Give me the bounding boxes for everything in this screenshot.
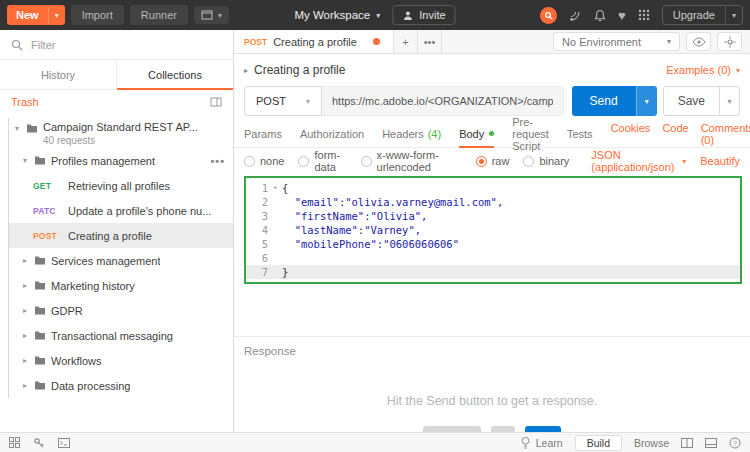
more-actions-icon[interactable]: ••• (210, 155, 233, 167)
sidebar-tabs: History Collections (0, 60, 233, 90)
chevron-down-icon[interactable]: ▾ (725, 6, 742, 24)
folder-services-management[interactable]: ▸ Services management (9, 248, 233, 273)
console-panel-icon[interactable] (705, 438, 717, 448)
cookies-link[interactable]: Cookies (611, 122, 651, 146)
chevron-down-icon: ▾ (376, 11, 380, 20)
key-icon[interactable] (33, 437, 45, 449)
folder-profiles-management[interactable]: ▾ Profiles management ••• (9, 148, 233, 173)
request-retrieving-all-profiles[interactable]: GET Retrieving all profiles (9, 173, 233, 198)
bell-icon[interactable] (594, 9, 606, 22)
open-request-tab[interactable]: POST Creating a profile (234, 30, 394, 53)
body-mode-raw[interactable]: raw (476, 155, 510, 167)
filter-input[interactable] (31, 39, 222, 51)
cut-off-button[interactable] (491, 426, 515, 432)
body-editor[interactable]: 1 ▾ { 2 "email":"olivia.varney@mail.com"… (244, 176, 742, 284)
open-new-window-button[interactable]: ▾ (194, 6, 229, 24)
folder-workflows[interactable]: ▸ Workflows (9, 348, 233, 373)
unsaved-changes-dot (373, 38, 380, 45)
cut-off-button[interactable] (423, 426, 481, 432)
collection-name: Campaign Standard REST AP... (43, 121, 198, 133)
code-text: "mobilePhone":"0606060606" (282, 237, 459, 251)
folder-icon (26, 123, 38, 134)
comments-link[interactable]: Comments (0) (701, 122, 750, 146)
body-mode-form-data[interactable]: form-data (298, 149, 346, 173)
request-label: Creating a profile (68, 230, 152, 242)
editor-line[interactable]: 5 "mobilePhone":"0606060606" (246, 237, 740, 251)
radio-icon (361, 156, 372, 167)
invite-button[interactable]: Invite (392, 5, 455, 25)
two-pane-icon[interactable] (681, 438, 693, 448)
url-input[interactable] (322, 86, 564, 116)
tab-tests[interactable]: Tests (567, 120, 593, 147)
satellite-icon[interactable] (569, 9, 582, 22)
collapse-request-icon[interactable]: ▸ (244, 66, 248, 75)
chevron-down-icon: ▾ (667, 37, 671, 46)
examples-dropdown[interactable]: Examples (0) ▾ (666, 64, 740, 76)
chevron-down-icon[interactable]: ▾ (636, 86, 657, 116)
editor-line[interactable]: 3 "firstName":"Olivia", (246, 209, 740, 223)
chevron-down-icon[interactable]: ▾ (48, 7, 65, 24)
new-button[interactable]: New ▾ (7, 5, 65, 25)
tab-label: Headers (382, 128, 424, 140)
send-button[interactable]: Send ▾ (572, 86, 657, 116)
environment-select[interactable]: No Environment ▾ (553, 32, 680, 51)
tab-authorization[interactable]: Authorization (300, 120, 364, 147)
tab-history[interactable]: History (0, 60, 116, 89)
trash-link[interactable]: Trash (11, 96, 39, 108)
sync-status-icon[interactable] (540, 7, 557, 24)
environment-quick-look-button[interactable] (686, 32, 711, 51)
tab-options-button[interactable]: ••• (418, 30, 442, 53)
environment-settings-button[interactable] (717, 32, 742, 51)
body-mode-label: binary (539, 155, 569, 167)
body-mode-none[interactable]: none (244, 155, 284, 167)
invite-button-label: Invite (419, 9, 445, 21)
new-tab-button[interactable]: + (394, 30, 418, 53)
upgrade-button[interactable]: Upgrade ▾ (662, 5, 743, 25)
fold-caret-icon[interactable]: ▾ (268, 181, 282, 195)
content-type-select[interactable]: JSON (application/json) ▾ (591, 149, 686, 173)
cut-off-primary-button[interactable] (525, 426, 561, 432)
sidebar-toggle-icon[interactable] (210, 96, 222, 108)
method-value: POST (256, 95, 286, 107)
request-creating-a-profile[interactable]: POST Creating a profile (9, 223, 233, 248)
tab-params[interactable]: Params (244, 120, 282, 147)
tab-body[interactable]: Body (459, 120, 494, 147)
grid-icon[interactable] (9, 437, 20, 448)
folder-transactional-messaging[interactable]: ▸ Transactional messaging (9, 323, 233, 348)
body-mode-urlencoded[interactable]: x-www-form-urlencoded (361, 149, 462, 173)
collection-root[interactable]: ▾ Campaign Standard REST AP... 40 reques… (9, 118, 233, 148)
beautify-link[interactable]: Beautify (700, 155, 740, 167)
editor-line[interactable]: 1 ▾ { (246, 181, 740, 195)
folder-data-processing[interactable]: ▸ Data processing (9, 373, 233, 398)
learn-button[interactable]: Learn (520, 436, 563, 449)
fold-spacer (268, 251, 282, 265)
tab-collections[interactable]: Collections (116, 60, 233, 89)
radio-selected-icon (476, 156, 487, 167)
console-icon[interactable] (58, 438, 70, 448)
apps-grid-icon[interactable] (638, 9, 650, 21)
request-update-profile-phone[interactable]: PATC Update a profile's phone nu... (9, 198, 233, 223)
method-select[interactable]: POST ▾ (244, 86, 322, 116)
editor-line[interactable]: 4 "lastName":"Varney", (246, 223, 740, 237)
editor-line-current[interactable]: 7 } (246, 265, 740, 279)
folder-gdpr[interactable]: ▸ GDPR (9, 298, 233, 323)
workspace-switcher[interactable]: My Workspace ▾ (294, 9, 380, 21)
sidebar: History Collections Trash ▾ Campaign Sta… (0, 30, 234, 432)
editor-line[interactable]: 2 "email":"olivia.varney@mail.com", (246, 195, 740, 209)
folder-marketing-history[interactable]: ▸ Marketing history (9, 273, 233, 298)
build-mode-button[interactable]: Build (575, 435, 622, 451)
code-link[interactable]: Code (662, 122, 688, 146)
save-button[interactable]: Save ▾ (663, 86, 740, 116)
heart-icon[interactable]: ♥ (618, 9, 626, 22)
import-button[interactable]: Import (71, 5, 124, 25)
browse-mode-button[interactable]: Browse (634, 437, 669, 449)
chevron-down-icon: ▾ (218, 11, 222, 20)
chevron-down-icon[interactable]: ▾ (719, 87, 739, 115)
editor-line[interactable]: 6 (246, 251, 740, 265)
help-icon[interactable]: ? (729, 437, 741, 449)
runner-button[interactable]: Runner (130, 5, 188, 25)
tab-pre-request-script[interactable]: Pre-request Script (512, 120, 549, 147)
headers-count: (4) (428, 128, 441, 140)
tab-headers[interactable]: Headers(4) (382, 120, 441, 147)
body-mode-binary[interactable]: binary (523, 155, 569, 167)
